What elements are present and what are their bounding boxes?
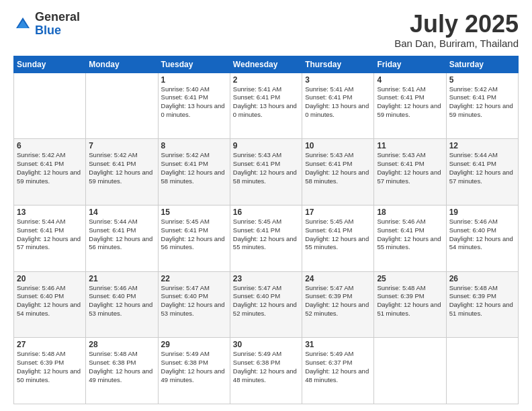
table-row: 27Sunrise: 5:48 AM Sunset: 6:39 PM Dayli…	[14, 338, 86, 404]
title-block: July 2025 Ban Dan, Buriram, Thailand	[394, 11, 519, 49]
table-row: 1Sunrise: 5:40 AM Sunset: 6:41 PM Daylig…	[158, 73, 230, 139]
logo-blue: Blue	[35, 24, 80, 38]
day-info: Sunrise: 5:43 AM Sunset: 6:41 PM Dayligh…	[377, 151, 443, 185]
day-number: 29	[161, 340, 227, 349]
day-number: 13	[17, 208, 83, 217]
table-row: 24Sunrise: 5:47 AM Sunset: 6:39 PM Dayli…	[302, 271, 374, 338]
day-info: Sunrise: 5:43 AM Sunset: 6:41 PM Dayligh…	[233, 151, 299, 185]
col-thursday: Thursday	[302, 56, 374, 73]
table-row	[14, 73, 86, 139]
table-row: 4Sunrise: 5:41 AM Sunset: 6:41 PM Daylig…	[374, 73, 446, 139]
day-info: Sunrise: 5:41 AM Sunset: 6:41 PM Dayligh…	[305, 85, 371, 120]
day-info: Sunrise: 5:44 AM Sunset: 6:41 PM Dayligh…	[17, 218, 83, 252]
table-row: 6Sunrise: 5:42 AM Sunset: 6:41 PM Daylig…	[14, 139, 86, 205]
col-tuesday: Tuesday	[158, 56, 230, 73]
logo-general: General	[35, 11, 80, 24]
day-number: 17	[305, 208, 371, 217]
day-info: Sunrise: 5:44 AM Sunset: 6:41 PM Dayligh…	[89, 218, 154, 252]
table-row	[86, 73, 158, 139]
day-number: 2	[233, 75, 299, 85]
calendar-week-row: 1Sunrise: 5:40 AM Sunset: 6:41 PM Daylig…	[14, 73, 519, 139]
calendar-week-row: 20Sunrise: 5:46 AM Sunset: 6:40 PM Dayli…	[14, 271, 519, 338]
day-info: Sunrise: 5:49 AM Sunset: 6:38 PM Dayligh…	[161, 350, 227, 384]
day-number: 12	[449, 141, 515, 150]
table-row: 12Sunrise: 5:44 AM Sunset: 6:41 PM Dayli…	[446, 139, 518, 205]
day-info: Sunrise: 5:48 AM Sunset: 6:39 PM Dayligh…	[377, 284, 443, 318]
table-row: 2Sunrise: 5:41 AM Sunset: 6:41 PM Daylig…	[230, 73, 302, 139]
table-row: 3Sunrise: 5:41 AM Sunset: 6:41 PM Daylig…	[302, 73, 374, 139]
day-info: Sunrise: 5:48 AM Sunset: 6:39 PM Dayligh…	[17, 350, 83, 384]
table-row: 26Sunrise: 5:48 AM Sunset: 6:39 PM Dayli…	[446, 271, 518, 338]
day-info: Sunrise: 5:44 AM Sunset: 6:41 PM Dayligh…	[449, 151, 515, 185]
day-number: 14	[89, 208, 154, 217]
col-wednesday: Wednesday	[230, 56, 302, 73]
table-row: 22Sunrise: 5:47 AM Sunset: 6:40 PM Dayli…	[158, 271, 230, 338]
table-row: 23Sunrise: 5:47 AM Sunset: 6:40 PM Dayli…	[230, 271, 302, 338]
day-info: Sunrise: 5:45 AM Sunset: 6:41 PM Dayligh…	[161, 218, 227, 252]
day-number: 28	[89, 340, 154, 349]
table-row: 7Sunrise: 5:42 AM Sunset: 6:41 PM Daylig…	[86, 139, 158, 205]
day-number: 10	[305, 141, 371, 150]
day-info: Sunrise: 5:49 AM Sunset: 6:38 PM Dayligh…	[233, 350, 299, 384]
day-number: 11	[377, 141, 443, 150]
day-info: Sunrise: 5:45 AM Sunset: 6:41 PM Dayligh…	[305, 218, 371, 252]
table-row: 13Sunrise: 5:44 AM Sunset: 6:41 PM Dayli…	[14, 205, 86, 271]
table-row: 20Sunrise: 5:46 AM Sunset: 6:40 PM Dayli…	[14, 271, 86, 338]
day-number: 15	[161, 208, 227, 217]
table-row: 5Sunrise: 5:42 AM Sunset: 6:41 PM Daylig…	[446, 73, 518, 139]
day-info: Sunrise: 5:43 AM Sunset: 6:41 PM Dayligh…	[305, 151, 371, 185]
table-row: 16Sunrise: 5:45 AM Sunset: 6:41 PM Dayli…	[230, 205, 302, 271]
table-row	[374, 338, 446, 404]
day-info: Sunrise: 5:46 AM Sunset: 6:40 PM Dayligh…	[449, 218, 515, 252]
day-number: 3	[305, 75, 371, 85]
day-number: 30	[233, 340, 299, 349]
table-row: 25Sunrise: 5:48 AM Sunset: 6:39 PM Dayli…	[374, 271, 446, 338]
day-number: 6	[17, 141, 83, 150]
day-info: Sunrise: 5:42 AM Sunset: 6:41 PM Dayligh…	[161, 151, 227, 185]
day-info: Sunrise: 5:42 AM Sunset: 6:41 PM Dayligh…	[449, 85, 515, 120]
title-location: Ban Dan, Buriram, Thailand	[394, 38, 519, 49]
day-number: 27	[17, 340, 83, 349]
day-info: Sunrise: 5:47 AM Sunset: 6:40 PM Dayligh…	[233, 284, 299, 318]
day-number: 23	[233, 274, 299, 283]
col-friday: Friday	[374, 56, 446, 73]
day-info: Sunrise: 5:46 AM Sunset: 6:40 PM Dayligh…	[17, 284, 83, 318]
day-number: 7	[89, 141, 154, 150]
day-number: 19	[449, 208, 515, 217]
table-row: 9Sunrise: 5:43 AM Sunset: 6:41 PM Daylig…	[230, 139, 302, 205]
calendar-table: Sunday Monday Tuesday Wednesday Thursday…	[13, 56, 519, 404]
table-row: 18Sunrise: 5:46 AM Sunset: 6:41 PM Dayli…	[374, 205, 446, 271]
day-info: Sunrise: 5:46 AM Sunset: 6:40 PM Dayligh…	[89, 284, 154, 318]
day-number: 8	[161, 141, 227, 150]
day-number: 24	[305, 274, 371, 283]
day-number: 20	[17, 274, 83, 283]
calendar-week-row: 27Sunrise: 5:48 AM Sunset: 6:39 PM Dayli…	[14, 338, 519, 404]
col-sunday: Sunday	[14, 56, 86, 73]
table-row: 15Sunrise: 5:45 AM Sunset: 6:41 PM Dayli…	[158, 205, 230, 271]
day-info: Sunrise: 5:45 AM Sunset: 6:41 PM Dayligh…	[233, 218, 299, 252]
day-info: Sunrise: 5:42 AM Sunset: 6:41 PM Dayligh…	[17, 151, 83, 185]
day-number: 26	[449, 274, 515, 283]
day-number: 4	[377, 75, 443, 85]
day-number: 1	[161, 75, 227, 85]
table-row: 8Sunrise: 5:42 AM Sunset: 6:41 PM Daylig…	[158, 139, 230, 205]
header: General Blue July 2025 Ban Dan, Buriram,…	[13, 11, 519, 49]
day-info: Sunrise: 5:46 AM Sunset: 6:41 PM Dayligh…	[377, 218, 443, 252]
logo-icon	[13, 15, 32, 34]
table-row: 19Sunrise: 5:46 AM Sunset: 6:40 PM Dayli…	[446, 205, 518, 271]
logo-text: General Blue	[35, 11, 80, 38]
day-number: 9	[233, 141, 299, 150]
day-number: 16	[233, 208, 299, 217]
day-number: 25	[377, 274, 443, 283]
table-row: 10Sunrise: 5:43 AM Sunset: 6:41 PM Dayli…	[302, 139, 374, 205]
day-info: Sunrise: 5:48 AM Sunset: 6:39 PM Dayligh…	[449, 284, 515, 318]
col-monday: Monday	[86, 56, 158, 73]
col-saturday: Saturday	[446, 56, 518, 73]
day-number: 18	[377, 208, 443, 217]
day-number: 21	[89, 274, 154, 283]
table-row: 17Sunrise: 5:45 AM Sunset: 6:41 PM Dayli…	[302, 205, 374, 271]
day-info: Sunrise: 5:42 AM Sunset: 6:41 PM Dayligh…	[89, 151, 154, 185]
table-row: 29Sunrise: 5:49 AM Sunset: 6:38 PM Dayli…	[158, 338, 230, 404]
day-info: Sunrise: 5:48 AM Sunset: 6:38 PM Dayligh…	[89, 350, 154, 384]
day-info: Sunrise: 5:47 AM Sunset: 6:39 PM Dayligh…	[305, 284, 371, 318]
